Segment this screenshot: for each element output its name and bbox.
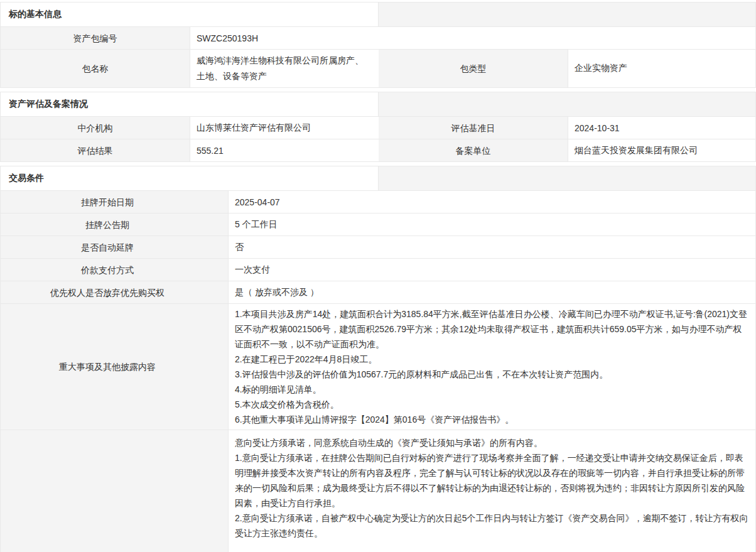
- section-header-filler: [378, 3, 755, 26]
- disclosure-paragraph: 2.在建工程已于2022年4月8日竣工。: [235, 352, 749, 367]
- field-value-package-no: SWZC250193H: [190, 27, 755, 49]
- field-label-auto-extend: 是否自动延牌: [1, 236, 228, 258]
- field-row-commitment: 意向受让方须承诺，同意系统自动生成的《资产受让须知与承诺》的所有内容。 1.意向…: [1, 430, 755, 552]
- section-basic-info: 标的基本信息 资产包编号 SWZC250193H 包名称 威海鸿沣海洋生物科技有…: [0, 2, 756, 88]
- package-name-text: 威海鸿沣海洋生物科技有限公司所属房产、土地、设备等资产: [197, 53, 366, 84]
- field-value-notice-period: 5 个工作日: [228, 214, 755, 235]
- commitment-paragraph: 1.意向受让方须承诺，在挂牌公告期间已自行对标的资产进行了现场考察并全面了解，一…: [235, 450, 749, 511]
- field-value-listing-start: 2025-04-07: [228, 191, 755, 213]
- field-row-auto-extend: 是否自动延牌 否: [1, 235, 755, 258]
- section-header-filler: [378, 166, 755, 190]
- asset-detail-page: 标的基本信息 资产包编号 SWZC250193H 包名称 威海鸿沣海洋生物科技有…: [0, 0, 756, 552]
- field-value-auto-extend: 否: [228, 236, 755, 258]
- section-appraisal: 资产评估及备案情况 中介机构 山东博莱仕资产评估有限公司 评估基准日 2024-…: [0, 92, 756, 162]
- field-label-payment-method: 价款支付方式: [1, 259, 228, 281]
- commitment-paragraph: 意向受让方须承诺，同意系统自动生成的《资产受让须知与承诺》的所有内容。: [235, 435, 749, 450]
- field-label-priority-waiver: 优先权人是否放弃优先购买权: [1, 281, 228, 303]
- field-row-package-name-type: 包名称 威海鸿沣海洋生物科技有限公司所属房产、土地、设备等资产 包类型 企业实物…: [1, 49, 755, 87]
- disclosure-paragraph: 4.标的明细详见清单。: [235, 382, 749, 397]
- field-label-result: 评估结果: [1, 139, 190, 161]
- field-value-package-name: 威海鸿沣海洋生物科技有限公司所属房产、土地、设备等资产: [190, 50, 379, 87]
- section-transaction: 交易条件 挂牌开始日期 2025-04-07 挂牌公告期 5 个工作日 是否自动…: [0, 166, 756, 552]
- disclosure-paragraph: 1.本项目共涉及房产14处，建筑面积合计为3185.84平方米,截至评估基准日办…: [235, 306, 749, 352]
- section-title-appraisal: 资产评估及备案情况: [1, 92, 378, 116]
- field-label-base-date: 评估基准日: [379, 117, 568, 139]
- section-title-basic-info: 标的基本信息: [1, 3, 378, 26]
- section-appraisal-header: 资产评估及备案情况: [1, 92, 755, 116]
- field-value-filing-unit: 烟台蓝天投资发展集团有限公司: [568, 139, 755, 161]
- section-header-filler: [378, 92, 755, 116]
- field-row-listing-start: 挂牌开始日期 2025-04-07: [1, 190, 755, 213]
- field-row-notice-period: 挂牌公告期 5 个工作日: [1, 213, 755, 235]
- field-value-payment-method: 一次支付: [228, 259, 755, 281]
- commitment-paragraph: 2.意向受让方须承诺，自被产权中心确定为受让方的次日起5个工作日内与转让方签订《…: [235, 511, 749, 541]
- section-basic-info-header: 标的基本信息: [1, 3, 755, 26]
- field-row-priority-waiver: 优先权人是否放弃优先购买权 是（ 放弃或不涉及 ）: [1, 281, 755, 303]
- disclosure-paragraph: 6.其他重大事项详见山博评报字【2024】第016号《资产评估报告书》。: [235, 412, 749, 427]
- field-label-commitment-empty: [1, 430, 228, 552]
- disclosure-paragraph: 3.评估报告中涉及的评估价值为10567.7元的原材料和产成品已出售，不在本次转…: [235, 367, 749, 382]
- field-label-package-type: 包类型: [379, 50, 568, 87]
- field-row-result-filing: 评估结果 555.21 备案单位 烟台蓝天投资发展集团有限公司: [1, 139, 755, 161]
- field-label-package-name: 包名称: [1, 50, 190, 87]
- field-value-agency: 山东博莱仕资产评估有限公司: [190, 117, 379, 139]
- section-title-transaction: 交易条件: [1, 166, 378, 190]
- field-row-package-no: 资产包编号 SWZC250193H: [1, 26, 755, 49]
- field-row-payment-method: 价款支付方式 一次支付: [1, 258, 755, 281]
- field-value-package-type: 企业实物资产: [568, 50, 755, 87]
- field-row-agency-basedate: 中介机构 山东博莱仕资产评估有限公司 评估基准日 2024-10-31: [1, 116, 755, 139]
- field-row-disclosure: 重大事项及其他披露内容 1.本项目共涉及房产14处，建筑面积合计为3185.84…: [1, 303, 755, 430]
- field-label-package-no: 资产包编号: [1, 27, 190, 49]
- field-value-disclosure: 1.本项目共涉及房产14处，建筑面积合计为3185.84平方米,截至评估基准日办…: [228, 304, 755, 430]
- field-label-agency: 中介机构: [1, 117, 190, 139]
- field-value-base-date: 2024-10-31: [568, 117, 755, 139]
- field-value-priority-waiver: 是（ 放弃或不涉及 ）: [228, 281, 755, 303]
- field-label-filing-unit: 备案单位: [379, 139, 568, 161]
- field-label-listing-start: 挂牌开始日期: [1, 191, 228, 213]
- field-value-result: 555.21: [190, 139, 379, 161]
- field-label-disclosure: 重大事项及其他披露内容: [1, 304, 228, 430]
- disclosure-paragraph: 5.本次成交价格为含税价。: [235, 397, 749, 412]
- field-label-notice-period: 挂牌公告期: [1, 214, 228, 235]
- field-value-commitment: 意向受让方须承诺，同意系统自动生成的《资产受让须知与承诺》的所有内容。 1.意向…: [228, 430, 755, 552]
- section-transaction-header: 交易条件: [1, 166, 755, 190]
